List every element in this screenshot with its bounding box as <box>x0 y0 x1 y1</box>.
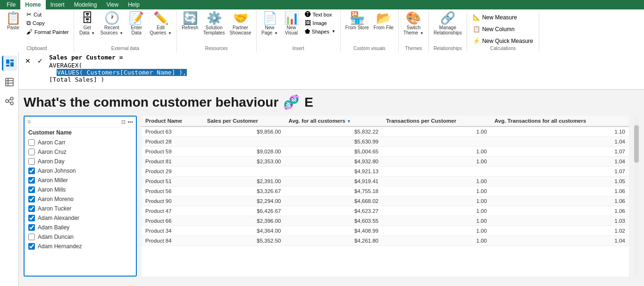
cell-avg: $5,630.99 <box>285 137 383 147</box>
filter-checkbox-5[interactable] <box>28 186 35 193</box>
filter-checkbox-4[interactable] <box>28 177 35 184</box>
cell-avg-trans: 1.06 <box>491 196 629 206</box>
filter-more-icon[interactable]: ••• <box>127 119 133 125</box>
filter-checkbox-11[interactable] <box>28 243 35 250</box>
recent-sources-button[interactable]: 🕐 RecentSources ▼ <box>99 10 125 37</box>
col-product-name[interactable]: Product Name <box>142 116 203 126</box>
new-visual-button[interactable]: 📊 NewVisual <box>281 10 302 37</box>
table-header: Product Name Sales per Customer Avg. for… <box>142 116 629 126</box>
cell-product: Product 34 <box>142 226 203 236</box>
filter-checkbox-10[interactable] <box>28 234 35 240</box>
table-scrollbar[interactable] <box>634 116 639 277</box>
svg-line-11 <box>8 99 10 101</box>
new-page-button[interactable]: 📄 NewPage ▼ <box>259 10 280 37</box>
copy-button[interactable]: ⧉ Copy <box>25 19 71 27</box>
partner-showcase-button[interactable]: 🤝 PartnerShowcase <box>227 10 253 37</box>
filter-label-2: Aaron Day <box>38 158 65 165</box>
cell-avg: $5,832.22 <box>285 126 383 137</box>
report-view-icon[interactable] <box>2 56 17 71</box>
cell-avg-trans: 1.02 <box>491 226 629 236</box>
cell-sales: $2,396.00 <box>203 216 285 226</box>
enter-data-button[interactable]: 📝 EnterData <box>126 10 147 37</box>
manage-relationships-button[interactable]: 🔗 ManageRelationships <box>432 10 464 37</box>
edit-queries-button[interactable]: ✏️ EditQueries ▼ <box>148 10 174 37</box>
tab-modeling[interactable]: Modeling <box>69 0 102 9</box>
refresh-button[interactable]: 🔄 Refresh <box>180 10 201 32</box>
col-sales-per-customer[interactable]: Sales per Customer <box>203 116 285 126</box>
cell-sales <box>203 137 285 147</box>
new-column-button[interactable]: 📋 New Column <box>470 24 536 34</box>
filter-checkbox-2[interactable] <box>28 158 35 165</box>
shapes-button[interactable]: ⬟ Shapes ▼ <box>303 27 337 35</box>
from-file-button[interactable]: 📂 From File <box>372 10 395 32</box>
filter-checkbox-3[interactable] <box>28 168 35 174</box>
filter-item-6: Aaron Moreno <box>25 194 136 204</box>
table-row: Product 29$4,921.131.07 <box>142 167 629 177</box>
filter-checkbox-7[interactable] <box>28 205 35 212</box>
cell-avg: $4,668.02 <box>285 196 383 206</box>
svg-point-8 <box>6 100 8 102</box>
cell-sales: $2,391.00 <box>203 177 285 186</box>
relationships-view-icon[interactable] <box>2 93 17 109</box>
table-row: Product 81$2,353.00$4,932.801.001.04 <box>142 157 629 167</box>
col-trans-per-customer[interactable]: Transactions per Customer <box>382 116 491 126</box>
col-avg-trans-all[interactable]: Avg. Transactions for all customers <box>491 116 629 126</box>
cell-avg-trans: 1.04 <box>491 137 629 147</box>
new-quick-measure-button[interactable]: ⚡ New Quick Measure <box>470 36 536 46</box>
filter-checkbox-6[interactable] <box>28 196 35 202</box>
table-row: Product 34$4,364.00$4,408.991.001.02 <box>142 226 629 236</box>
svg-rect-0 <box>6 59 9 64</box>
tab-view[interactable]: View <box>101 0 123 9</box>
filter-checkbox-0[interactable] <box>28 139 35 146</box>
cell-avg-trans: 1.07 <box>491 147 629 157</box>
cell-product: Product 90 <box>142 196 203 206</box>
page-title-icon: 🧬 <box>283 94 300 110</box>
ribbon: File Home Insert Modeling View Help 📋 Pa… <box>0 0 644 52</box>
format-painter-button[interactable]: 🖌 Format Painter <box>25 28 71 36</box>
cell-avg: $4,603.55 <box>285 216 383 226</box>
filter-label-11: Adam Hernandez <box>38 243 82 250</box>
tab-home[interactable]: Home <box>20 0 45 9</box>
filter-list: Aaron Carr Aaron Cruz Aaron Day Aar <box>25 138 136 251</box>
filter-expand-icon[interactable]: ⊡ <box>121 119 125 125</box>
table-row: Product 47$6,426.67$4,623.271.001.06 <box>142 206 629 216</box>
cell-product: Product 81 <box>142 157 203 167</box>
filter-item-7: Aaron Tucker <box>25 204 136 213</box>
filter-item-4: Aaron Miller <box>25 176 136 185</box>
filter-checkbox-1[interactable] <box>28 149 35 155</box>
paste-button[interactable]: 📋 Paste <box>3 10 24 32</box>
filter-item-11: Adam Hernandez <box>25 242 136 251</box>
filter-checkbox-8[interactable] <box>28 215 35 221</box>
formula-editor[interactable]: Sales per Customer = AVERAGEX( VALUES( C… <box>49 54 640 83</box>
scrollbar-thumb[interactable] <box>634 125 639 163</box>
cell-avg-trans: 1.04 <box>491 236 629 246</box>
filter-label-6: Aaron Moreno <box>38 196 74 202</box>
cell-trans: 1.00 <box>382 157 491 167</box>
cut-button[interactable]: ✂ Cut <box>25 10 71 18</box>
new-measure-button[interactable]: 📐 New Measure <box>470 12 536 22</box>
get-data-button[interactable]: 🗄 GetData ▼ <box>77 10 98 37</box>
filter-label-1: Aaron Cruz <box>38 149 67 155</box>
text-box-button[interactable]: 🅣 Text box <box>303 10 337 18</box>
filter-checkbox-9[interactable] <box>28 224 35 231</box>
filter-item-5: Aaron Mills <box>25 185 136 194</box>
tab-insert[interactable]: Insert <box>46 0 69 9</box>
formula-highlight: VALUES( Customers[Customer Name] ), <box>57 69 187 76</box>
image-button[interactable]: 🖼 Image <box>303 19 337 27</box>
page-title: What's the common customer behaviour 🧬 E <box>24 94 639 110</box>
tab-file[interactable]: File <box>2 0 20 9</box>
data-view-icon[interactable] <box>2 75 17 90</box>
cell-trans: 1.00 <box>382 177 491 186</box>
col-avg-all-customers[interactable]: Avg. for all customers ▼ <box>285 116 383 126</box>
formula-confirm-button[interactable]: ✓ <box>35 56 45 66</box>
switch-theme-button[interactable]: 🎨 SwitchTheme ▼ <box>401 10 426 37</box>
page-content: What's the common customer behaviour 🧬 E… <box>19 90 644 286</box>
tab-help[interactable]: Help <box>123 0 144 9</box>
formula-line1: AVERAGEX( <box>49 62 640 69</box>
content-area: ✕ ✓ Sales per Customer = AVERAGEX( VALUE… <box>19 52 644 286</box>
cell-product: Product 51 <box>142 177 203 186</box>
filter-item-9: Adam Bailey <box>25 223 136 232</box>
solution-templates-button[interactable]: ⚙️ SolutionTemplates <box>201 10 227 37</box>
formula-cancel-button[interactable]: ✕ <box>23 56 33 66</box>
from-store-button[interactable]: 🏪 From Store <box>343 10 371 32</box>
